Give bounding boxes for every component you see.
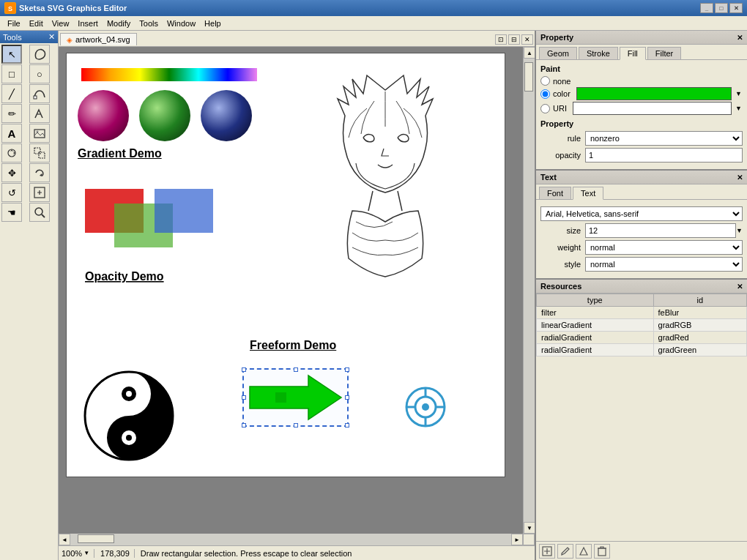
menu-help[interactable]: Help <box>200 18 226 29</box>
paint-none-option[interactable]: none <box>540 76 743 86</box>
tool-group[interactable] <box>29 143 50 163</box>
doc-tab-bar: ◈ artwork_04.svg ⊡ ⊟ ✕ <box>59 31 535 47</box>
tool-transform[interactable] <box>1 143 22 163</box>
tab-filter[interactable]: Filter <box>647 47 681 59</box>
hscroll-row: ◄ ► <box>59 534 535 545</box>
canvas-wrapper[interactable]: Gradient Demo Opacity Demo <box>59 47 523 534</box>
uri-dropdown-icon[interactable]: ▼ <box>735 104 743 113</box>
menu-modify[interactable]: Modify <box>103 18 135 29</box>
menu-view[interactable]: View <box>48 18 74 29</box>
tab-fill[interactable]: Fill <box>620 47 646 60</box>
tool-ellipse[interactable]: ○ <box>29 64 50 83</box>
tab-font[interactable]: Font <box>539 187 571 199</box>
color-swatch[interactable] <box>576 87 732 100</box>
zoom-control[interactable]: 100% ▼ <box>62 549 94 558</box>
tool-undo[interactable]: ↺ <box>1 183 22 202</box>
property-close-btn[interactable]: ✕ <box>737 34 743 42</box>
res-add-btn[interactable] <box>576 544 592 559</box>
doc-restore-btn[interactable]: ⊡ <box>495 34 507 45</box>
scroll-right-btn[interactable]: ► <box>511 534 523 545</box>
paint-color-option[interactable]: color ▼ <box>540 87 743 100</box>
paint-none-radio[interactable] <box>540 76 550 86</box>
scroll-track-h[interactable] <box>70 534 511 545</box>
res-type-3: radialGradient <box>537 344 654 356</box>
tool-zoom-fit[interactable] <box>29 183 50 202</box>
res-delete-btn[interactable] <box>594 544 610 559</box>
menu-tools[interactable]: Tools <box>135 18 163 29</box>
size-input[interactable] <box>585 223 736 238</box>
resources-close-btn[interactable]: ✕ <box>737 283 743 291</box>
resources-toolbar <box>536 541 747 560</box>
tool-move[interactable]: ✥ <box>1 163 22 182</box>
menu-insert[interactable]: Insert <box>73 18 103 29</box>
tool-pencil[interactable]: ✏ <box>1 104 22 123</box>
text-close-btn[interactable]: ✕ <box>737 173 743 182</box>
doc-minimize-btn[interactable]: ⊟ <box>508 34 520 45</box>
center-area: ◈ artwork_04.svg ⊡ ⊟ ✕ <box>59 31 535 560</box>
tool-bezier[interactable] <box>29 84 50 103</box>
right-panel: Property ✕ Geom Stroke Fill Filter Paint… <box>535 31 747 560</box>
tools-grid: ↖ □ ○ ╱ ✏ A ✥ <box>0 43 58 223</box>
tool-lasso[interactable] <box>29 45 50 64</box>
table-row[interactable]: radialGradient gradRed <box>537 332 747 344</box>
paint-uri-radio[interactable] <box>540 104 550 113</box>
tool-select[interactable]: ↖ <box>1 45 22 64</box>
tool-rotate[interactable] <box>29 163 50 182</box>
scroll-up-btn[interactable]: ▲ <box>524 47 535 59</box>
menu-file[interactable]: File <box>3 18 25 29</box>
weight-label: weight <box>540 243 581 252</box>
doc-close-btn[interactable]: ✕ <box>521 34 533 45</box>
font-family-select[interactable]: Arial, Helvetica, sans-serif <box>540 206 743 221</box>
size-dropdown-icon[interactable]: ▼ <box>736 227 743 234</box>
table-row[interactable]: radialGradient gradGreen <box>537 344 747 356</box>
document-tab[interactable]: ◈ artwork_04.svg <box>60 33 137 45</box>
scroll-left-btn[interactable]: ◄ <box>59 534 70 545</box>
uri-input[interactable] <box>573 102 732 115</box>
yinyang-container <box>81 368 176 465</box>
res-edit-btn[interactable] <box>557 544 573 559</box>
tool-rectangle[interactable]: □ <box>1 64 22 83</box>
title-bar: S Sketsa SVG Graphics Editor _ □ ✕ <box>0 0 747 16</box>
maximize-button[interactable]: □ <box>715 3 728 13</box>
paint-color-radio[interactable] <box>540 89 550 99</box>
svg-rect-21 <box>275 392 286 403</box>
size-label: size <box>540 226 581 235</box>
minimize-button[interactable]: _ <box>700 3 713 13</box>
scroll-down-btn[interactable]: ▼ <box>524 522 535 534</box>
zoom-dropdown-icon[interactable]: ▼ <box>83 550 89 556</box>
scroll-track-v[interactable] <box>524 59 535 522</box>
style-select[interactable]: normal italic <box>585 257 743 272</box>
font-size-row: size ▼ <box>540 223 743 238</box>
color-dropdown-icon[interactable]: ▼ <box>735 89 743 98</box>
menu-edit[interactable]: Edit <box>25 18 48 29</box>
tool-text[interactable]: A <box>1 124 22 143</box>
horizontal-scrollbar[interactable]: ◄ ► <box>59 534 523 545</box>
opacity-input[interactable] <box>585 148 743 163</box>
tools-panel-title: Tools <box>3 33 22 42</box>
weight-select[interactable]: normal bold <box>585 240 743 255</box>
table-row[interactable]: linearGradient gradRGB <box>537 319 747 332</box>
vertical-scrollbar[interactable]: ▲ ▼ <box>523 47 535 534</box>
tab-geom[interactable]: Geom <box>539 47 577 59</box>
freeform-demo-label: Freeform Demo <box>250 339 336 352</box>
tool-line[interactable]: ╱ <box>1 84 22 103</box>
close-button[interactable]: ✕ <box>729 3 743 13</box>
tab-text[interactable]: Text <box>573 187 603 200</box>
paint-uri-option[interactable]: URI ▼ <box>540 102 743 115</box>
tab-stroke[interactable]: Stroke <box>579 47 618 59</box>
svg-point-24 <box>422 403 429 411</box>
res-new-btn[interactable] <box>539 544 555 559</box>
tool-image[interactable] <box>29 124 50 143</box>
opacity-shapes: Opacity Demo <box>78 174 231 293</box>
menu-window[interactable]: Window <box>163 18 200 29</box>
tool-zoom[interactable] <box>29 203 50 222</box>
tools-panel-close[interactable]: ✕ <box>48 32 55 42</box>
sphere-blue <box>201 90 252 141</box>
col-type: type <box>537 294 654 307</box>
resources-scroll[interactable]: type id filter feBlur linearGradient gra… <box>536 294 747 541</box>
tool-pan[interactable]: ☚ <box>1 203 22 222</box>
tool-pencil2[interactable] <box>29 104 50 123</box>
rule-select[interactable]: nonzero evenodd <box>585 131 743 146</box>
table-row[interactable]: filter feBlur <box>537 307 747 319</box>
property-header: Property ✕ <box>536 31 747 45</box>
